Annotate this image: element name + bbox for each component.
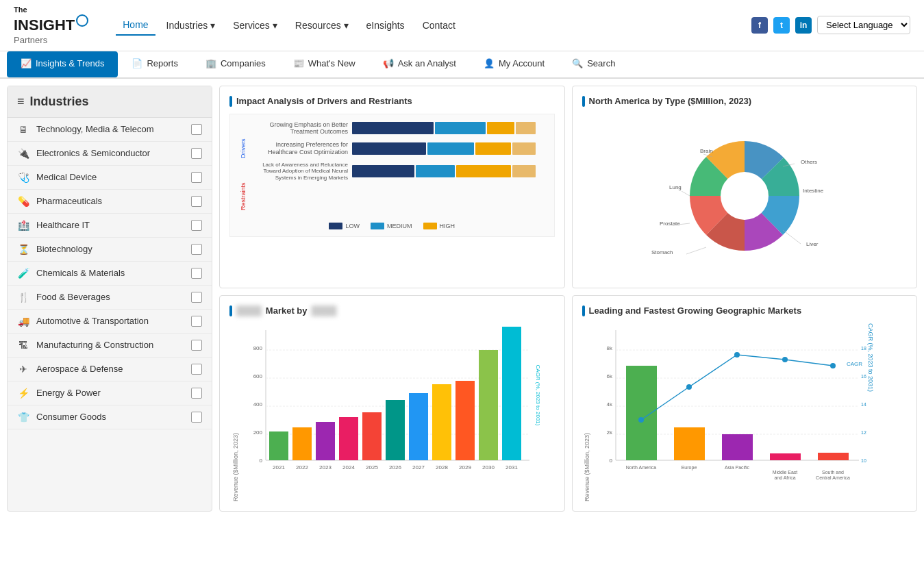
sidebar-item-aerospace[interactable]: ✈ Aerospace & Defense [8,358,212,381]
market-bar-svg: 0 200 400 600 800 [242,323,543,488]
biotechnology-icon: ⏳ [17,244,29,255]
market-by-chart-card: ████ Market by ████ Revenue ($Million, 2… [219,295,565,512]
svg-text:2029: 2029 [459,464,471,471]
language-select[interactable]: Select Language [817,16,910,34]
svg-text:2026: 2026 [389,464,401,471]
nav-resources[interactable]: Resources ▾ [288,16,355,35]
pie-chart-area: Others Brain Lung Prostate Stomach Liver… [582,114,908,278]
sidebar-item-biotechnology[interactable]: ⏳ Biotechnology [8,238,212,262]
svg-point-60 [782,357,788,362]
nav-einsights[interactable]: eInsights [360,16,412,35]
biotechnology-checkbox[interactable] [191,244,202,255]
pharmaceuticals-checkbox[interactable] [191,196,202,207]
subnav-reports[interactable]: 📄 Reports [118,51,192,77]
healthcare-it-icon: 🏥 [17,220,29,231]
restraints-label: Restraints [237,176,249,217]
title-bar-accent2 [582,96,585,107]
subnav-search[interactable]: 🔍 Search [558,51,629,77]
driver1-label: Growing Emphasis on Better Treatment Out… [252,121,348,136]
sidebar: ≡ Industries 🖥 Technology, Media & Telec… [7,86,212,512]
sidebar-item-food[interactable]: 🍴 Food & Beverages [8,286,212,310]
drivers-label: Drivers [237,121,249,176]
svg-rect-24 [409,393,428,460]
sidebar-item-chemicals[interactable]: 🧪 Chemicals & Materials [8,262,212,286]
geo-cagr-axis-label: CAGR (%, 2023 to 2031) [866,323,875,501]
svg-rect-56 [818,453,849,460]
pie-label-intestine: Intestine [803,188,824,194]
energy-checkbox[interactable] [191,388,202,399]
geo-chart-container: Revenue ($Million, 2023) 0 2k 4k 6k 8k [582,323,908,501]
svg-text:2031: 2031 [505,464,518,471]
svg-text:and Africa: and Africa [774,475,795,480]
subnav-my-account[interactable]: 👤 My Account [470,51,558,77]
nav-contact[interactable]: Contact [416,16,462,35]
sidebar-item-electronics[interactable]: 🔌 Electronics & Semiconductor [8,142,212,166]
impact-legend: LOW MEDIUM HIGH [237,223,547,229]
svg-text:2025: 2025 [366,464,378,471]
sidebar-item-manufacturing[interactable]: 🏗 Manufacturing & Construction [8,334,212,358]
svg-rect-25 [432,384,451,460]
svg-text:CAGR (%, 2023 to 2031): CAGR (%, 2023 to 2031) [535,364,541,425]
manufacturing-checkbox[interactable] [191,340,202,351]
svg-text:North America: North America [625,465,655,470]
nav-services[interactable]: Services ▾ [226,16,284,35]
food-checkbox[interactable] [191,292,202,303]
sidebar-item-technology[interactable]: 🖥 Technology, Media & Telecom [8,118,212,142]
driver2-label: Increasing Preferences for Healthcare Co… [252,141,348,156]
svg-rect-21 [339,417,358,460]
electronics-checkbox[interactable] [191,148,202,159]
svg-text:2030: 2030 [482,464,495,471]
consumer-checkbox[interactable] [191,412,202,423]
subnav-whats-new[interactable]: 📰 What's New [279,51,369,77]
svg-text:2024: 2024 [342,464,355,471]
aerospace-checkbox[interactable] [191,364,202,375]
sidebar-item-medical-device[interactable]: 🩺 Medical Device [8,166,212,190]
main-nav: Home Industries ▾ Services ▾ Resources ▾… [116,15,751,36]
sidebar-item-healthcare-it[interactable]: 🏥 Healthcare IT [8,214,212,238]
pie-label-lung: Lung [669,184,682,190]
sidebar-item-energy[interactable]: ⚡ Energy & Power [8,381,212,405]
automotive-checkbox[interactable] [191,316,202,327]
medical-device-icon: 🩺 [17,172,29,183]
facebook-icon[interactable]: f [751,17,768,34]
healthcare-it-checkbox[interactable] [191,220,202,231]
chemicals-checkbox[interactable] [191,268,202,279]
industries-list-icon: ≡ [17,95,25,109]
title-bar-accent3 [229,305,232,316]
main-header: The INSIGHT Partners Home Industries ▾ S… [0,0,924,51]
svg-line-5 [686,247,706,254]
twitter-icon[interactable]: t [773,17,790,34]
pie-label-others: Others [801,159,817,165]
sidebar-item-automotive[interactable]: 🚚 Automotive & Transportation [8,310,212,334]
svg-line-6 [783,230,801,244]
technology-checkbox[interactable] [191,124,202,135]
logo-partners-text: Partners [14,35,88,45]
chemicals-icon: 🧪 [17,268,29,279]
nav-industries[interactable]: Industries ▾ [160,16,223,35]
sidebar-item-pharmaceuticals[interactable]: 💊 Pharmaceuticals [8,190,212,214]
geo-y-axis-label: Revenue ($Million, 2023) [582,323,592,501]
svg-text:CAGR: CAGR [847,361,862,367]
svg-text:0: 0 [260,458,263,464]
market-by-title: ████ Market by ████ [229,305,555,316]
geo-svg: 0 2k 4k 6k 8k [592,323,866,488]
subnav-companies[interactable]: 🏢 Companies [192,51,279,77]
sidebar-item-consumer[interactable]: 👕 Consumer Goods [8,405,212,429]
svg-text:4k: 4k [606,401,612,408]
subnav-ask-analyst[interactable]: 📢 Ask an Analyst [369,51,470,77]
svg-point-57 [638,417,644,423]
svg-rect-27 [479,350,498,460]
pie-label-brain: Brain [700,148,713,154]
restraint1-label: Lack of Awareness and Reluctance Toward … [252,162,348,181]
driver2-bars [352,142,547,155]
restraint1-bars [352,165,547,177]
logo[interactable]: The INSIGHT Partners [14,5,88,45]
title-bar-accent [229,96,232,107]
svg-text:2021: 2021 [273,464,285,471]
logo-insight-text: INSIGHT [14,17,75,34]
automotive-icon: 🚚 [17,316,29,327]
medical-device-checkbox[interactable] [191,172,202,183]
linkedin-icon[interactable]: in [795,17,812,34]
nav-home[interactable]: Home [116,15,155,36]
subnav-insights[interactable]: 📈 Insights & Trends [7,51,118,77]
